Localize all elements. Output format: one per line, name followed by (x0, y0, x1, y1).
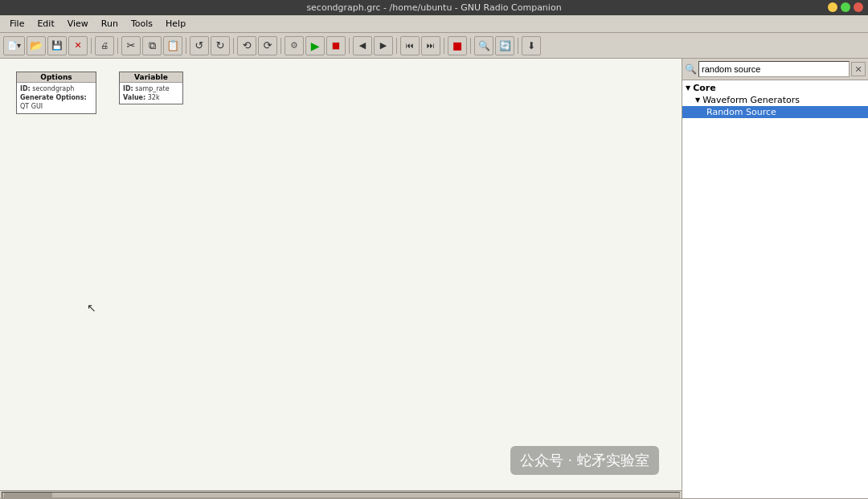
toolbar: 📄▾ 📂 💾 ✕ 🖨 ✂ ⧉ 📋 ↺ ↻ ⟲ ⟳ ⚙ ▶ ■ ◀ ▶ ⏮ ⏭ ■… (0, 33, 868, 59)
redo-button[interactable]: ↻ (211, 36, 230, 55)
back-button[interactable]: ◀ (353, 36, 372, 55)
sep9 (470, 38, 471, 54)
save-button[interactable]: 💾 (47, 36, 67, 55)
search-input[interactable] (698, 61, 850, 77)
next-button[interactable]: ⏭ (421, 36, 440, 55)
menu-help[interactable]: Help (159, 17, 192, 31)
sep3 (186, 38, 186, 54)
titlebar: secondgraph.grc - /home/ubuntu - GNU Rad… (0, 0, 868, 15)
menu-tools[interactable]: Tools (125, 17, 159, 31)
block-library-panel: 🔍 ✕ ▼ Core ▼ Waveform Generators Random … (682, 59, 868, 498)
options-block[interactable]: Options ID: secondgraph Generate Options… (16, 72, 96, 114)
tree-subcategory-waveform-label: Waveform Generators (702, 95, 800, 105)
prev-button[interactable]: ⏮ (400, 36, 420, 55)
canvas-scrollbar-h[interactable] (0, 490, 682, 498)
tree-item-random-source[interactable]: Random Source (682, 106, 868, 118)
scrollbar-track-h[interactable] (2, 492, 680, 498)
maximize-button[interactable] (841, 2, 850, 12)
minimize-button[interactable] (828, 2, 837, 12)
window-title: secondgraph.grc - /home/ubuntu - GNU Rad… (306, 2, 561, 13)
settings-button[interactable]: ⚙ (285, 36, 304, 55)
cursor-pointer: ↖ (87, 301, 96, 314)
options-block-body: ID: secondgraph Generate Options: QT GUI (17, 83, 96, 113)
tree-arrow-core: ▼ (686, 84, 690, 92)
sep4 (233, 38, 234, 54)
window-controls (828, 2, 863, 12)
search-bar: 🔍 ✕ (682, 59, 868, 80)
menu-run[interactable]: Run (95, 17, 125, 31)
sep5 (280, 38, 281, 54)
open-button[interactable]: 📂 (27, 36, 46, 55)
variable-block[interactable]: Variable ID: samp_rate Value: 32k (119, 72, 183, 104)
tree-item-random-source-label: Random Source (706, 107, 776, 117)
menu-file[interactable]: File (3, 17, 31, 31)
search-clear-button[interactable]: ✕ (851, 62, 866, 76)
search-button[interactable]: 🔍 (474, 36, 493, 55)
new-button[interactable]: 📄▾ (3, 36, 25, 55)
tree-arrow-waveform: ▼ (695, 96, 700, 104)
download-button[interactable]: ⬇ (522, 36, 541, 55)
rotate-ccw-button[interactable]: ⟲ (237, 36, 256, 55)
sep1 (91, 38, 92, 54)
close-button[interactable]: ✕ (68, 36, 88, 55)
menu-edit[interactable]: Edit (31, 17, 60, 31)
rotate-cw-button[interactable]: ⟳ (258, 36, 277, 55)
stop-button[interactable]: ■ (326, 36, 346, 55)
kill-button[interactable]: ■ (448, 36, 467, 55)
canvas-area: Options ID: secondgraph Generate Options… (0, 59, 682, 498)
copy-button[interactable]: ⧉ (142, 36, 162, 55)
run-button[interactable]: ▶ (305, 36, 325, 55)
close-window-button[interactable] (854, 2, 863, 12)
tree-category-core-label: Core (693, 83, 716, 93)
menubar: File Edit View Run Tools Help (0, 15, 868, 33)
main-area: Options ID: secondgraph Generate Options… (0, 59, 868, 498)
search-icon: 🔍 (685, 63, 697, 75)
sep8 (444, 38, 444, 54)
sep10 (518, 38, 518, 54)
sep2 (117, 38, 118, 54)
undo-button[interactable]: ↺ (190, 36, 209, 55)
forward-button[interactable]: ▶ (374, 36, 393, 55)
print-button[interactable]: 🖨 (95, 36, 114, 55)
scrollbar-thumb-h[interactable] (4, 493, 52, 497)
variable-block-title: Variable (120, 72, 182, 83)
refresh-button[interactable]: 🔄 (495, 36, 514, 55)
variable-block-body: ID: samp_rate Value: 32k (120, 83, 182, 104)
menu-view[interactable]: View (61, 17, 95, 31)
tree-subcategory-waveform[interactable]: ▼ Waveform Generators (682, 94, 868, 106)
paste-button[interactable]: 📋 (163, 36, 182, 55)
block-tree: ▼ Core ▼ Waveform Generators Random Sour… (682, 80, 868, 498)
options-block-title: Options (17, 72, 96, 83)
sep7 (396, 38, 397, 54)
cut-button[interactable]: ✂ (121, 36, 141, 55)
tree-category-core[interactable]: ▼ Core (682, 82, 868, 94)
sep6 (349, 38, 350, 54)
flow-graph-canvas[interactable]: Options ID: secondgraph Generate Options… (0, 59, 682, 490)
